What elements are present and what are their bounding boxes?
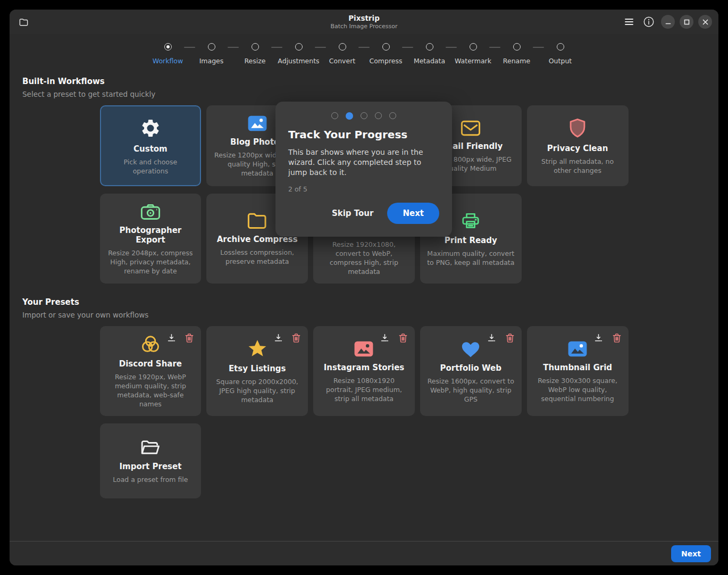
gear-icon [140,118,161,139]
card-desc: Maximum quality, convert to PNG, keep al… [426,249,515,267]
stepper-step-watermark[interactable]: Watermark [451,43,495,65]
step-circle-icon [208,43,215,51]
step-label: Compress [369,57,402,65]
builtin-subheading: Select a preset to get started quickly [22,90,718,98]
envelope-icon [461,120,481,136]
delete-preset-icon[interactable] [291,332,302,343]
folder-icon [247,212,267,229]
stepper-step-output[interactable]: Output [539,43,582,65]
card-desc: Resize 1920px, WebP medium quality, stri… [106,372,195,409]
workflow-card-custom[interactable]: Custom Pick and choose operations [100,105,202,186]
step-label: Images [199,57,224,65]
builtin-heading: Built-in Workflows [22,77,718,86]
main-content: Workflow Images Resize Adjustments Conve… [10,34,718,541]
info-icon [643,16,655,28]
app-title: Pixstrip [10,14,718,22]
card-desc: Resize 1080x1920 portrait, JPEG medium, … [320,376,408,403]
camera-icon [140,203,161,220]
step-label: Resize [244,57,265,65]
preset-card-etsy-listings[interactable]: Etsy Listings Square crop 2000x2000, JPE… [206,326,308,416]
workflow-card-photographer-export[interactable]: Photographer Export Resize 2048px, compr… [100,194,202,284]
workflow-card-privacy-clean[interactable]: Privacy Clean Strip all metadata, no oth… [527,105,629,186]
minimize-button[interactable] [661,15,675,29]
preset-card-portfolio-web[interactable]: Portfolio Web Resize 1600px, convert to … [420,326,522,416]
tour-progress-dots [288,112,439,120]
step-circle-icon [513,43,521,51]
tour-dot [331,112,338,119]
app-window: Pixstrip Batch Image Processor [10,10,718,565]
delete-preset-icon[interactable] [398,332,408,343]
about-button[interactable] [641,14,656,29]
step-circle-icon [295,43,303,51]
tour-dot [375,112,382,119]
footer-bar: Next [10,541,718,565]
card-desc: Pick and choose operations [107,157,194,176]
shield-icon [568,118,587,138]
card-desc: Strip all metadata, no other changes [533,157,622,175]
step-circle-icon [557,43,564,51]
import-preset-card[interactable]: Import Preset Load a preset from file [100,423,202,498]
stepper-step-convert[interactable]: Convert [321,43,364,65]
card-title: Import Preset [119,462,181,471]
preset-card-instagram-stories[interactable]: Instagram Stories Resize 1080x1920 portr… [313,326,415,416]
stepper-step-rename[interactable]: Rename [495,43,539,65]
presets-subheading: Import or save your own workflows [22,311,718,319]
presets-heading: Your Presets [22,297,718,307]
stepper-step-compress[interactable]: Compress [364,43,408,65]
card-title: Etsy Listings [229,364,286,373]
export-preset-icon[interactable] [380,332,390,343]
wizard-stepper: Workflow Images Resize Adjustments Conve… [10,34,718,65]
tour-body: This bar shows where you are in the wiza… [288,147,439,178]
close-button[interactable] [698,15,712,29]
tour-popover: Track Your Progress This bar shows where… [275,102,452,237]
export-preset-icon[interactable] [273,332,283,343]
maximize-icon [684,19,690,25]
stepper-step-workflow[interactable]: Workflow [146,43,190,65]
hamburger-icon [625,18,633,26]
card-title: Print Ready [445,236,497,245]
card-title: Thumbnail Grid [543,363,612,372]
stepper-step-adjustments[interactable]: Adjustments [277,43,321,65]
export-preset-icon[interactable] [166,332,177,343]
color-circles-icon [140,335,161,354]
stepper-step-resize[interactable]: Resize [233,43,277,65]
titlebar: Pixstrip Batch Image Processor [10,10,718,34]
card-desc: Resize 2048px, compress High, privacy me… [106,248,195,276]
minimize-icon [665,19,671,25]
open-folder-button[interactable] [16,14,31,29]
step-circle-icon [382,43,390,51]
folder-icon [19,17,29,27]
card-title: Discord Share [119,359,182,369]
tour-next-button[interactable]: Next [387,203,439,224]
preset-card-discord-share[interactable]: Discord Share Resize 1920px, WebP medium… [100,326,202,416]
skip-tour-button[interactable]: Skip Tour [332,209,374,218]
tour-step-count: 2 of 5 [288,185,439,193]
printer-icon [461,211,480,230]
app-subtitle: Batch Image Processor [10,23,718,30]
step-label: Convert [329,57,355,65]
stepper-step-metadata[interactable]: Metadata [408,43,451,65]
step-label: Output [549,57,572,65]
delete-preset-icon[interactable] [184,332,195,343]
card-title: Privacy Clean [547,144,608,153]
preset-card-thumbnail-grid[interactable]: Thumbnail Grid Resize 300x300 square, We… [527,326,629,416]
card-desc: Resize 1920x1080, convert to WebP, compr… [320,240,408,276]
card-desc: Resize 300x300 square, WebP low quality,… [533,376,622,403]
delete-preset-icon[interactable] [505,332,515,343]
delete-preset-icon[interactable] [612,332,622,343]
tour-dot-active [346,112,353,120]
star-icon [247,339,267,359]
export-preset-icon[interactable] [487,332,497,343]
step-label: Adjustments [278,57,319,65]
maximize-button[interactable] [680,15,693,29]
menu-button[interactable] [622,14,637,29]
tour-dot [361,112,367,119]
stepper-step-images[interactable]: Images [190,43,233,65]
tour-dot [389,112,396,119]
image-icon [567,340,588,357]
next-button[interactable]: Next [671,545,711,562]
step-circle-icon [470,43,477,51]
export-preset-icon[interactable] [593,332,604,343]
image-icon [247,115,267,132]
step-label: Metadata [414,57,445,65]
